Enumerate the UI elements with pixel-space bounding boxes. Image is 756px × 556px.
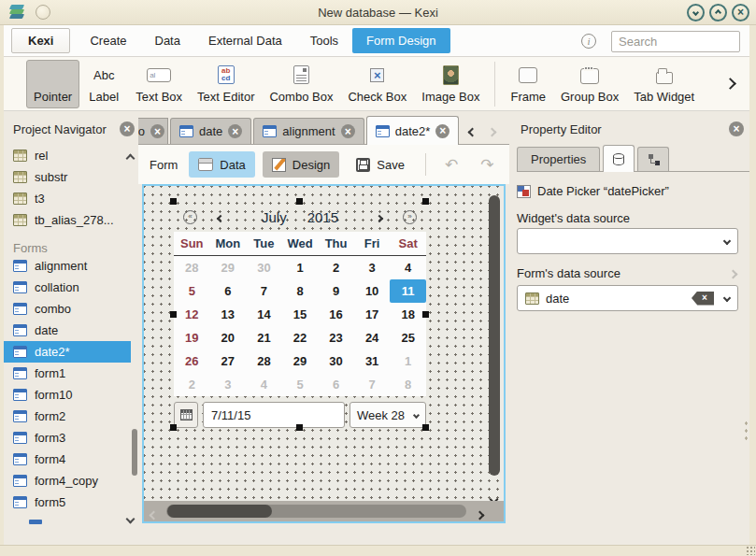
- calendar-day-cell[interactable]: 18: [390, 303, 426, 326]
- calendar-day-cell[interactable]: 2: [174, 373, 210, 396]
- ribbon-tab[interactable]: External Data: [194, 28, 296, 53]
- canvas-hscrollbar-thumb[interactable]: [167, 505, 272, 518]
- toolbar-overflow-button[interactable]: [726, 77, 735, 91]
- search-input[interactable]: [611, 31, 740, 52]
- form-design-canvas[interactable]: July 2015 SunMonTueWedThuFriSat 28: [142, 184, 506, 523]
- calendar-day-cell[interactable]: 17: [354, 303, 391, 326]
- calendar-day-cell[interactable]: 4: [390, 256, 426, 279]
- save-button[interactable]: Save: [347, 151, 414, 178]
- selection-handle[interactable]: [296, 198, 303, 205]
- sidebar-item-form[interactable]: date: [4, 320, 131, 341]
- previous-year-button[interactable]: [183, 210, 197, 224]
- calendar-day-cell[interactable]: 3: [354, 256, 391, 279]
- previous-month-button[interactable]: [218, 210, 223, 224]
- toolbar-tool-button[interactable]: Text Box: [128, 60, 190, 108]
- sidebar-item-form[interactable]: collation: [4, 277, 131, 298]
- calendar-day-cell[interactable]: 5: [282, 373, 319, 396]
- calendar-day-cell[interactable]: 27: [210, 349, 247, 373]
- selection-handle[interactable]: [296, 424, 303, 431]
- calendar-day-cell[interactable]: 19: [174, 326, 210, 349]
- calendar-month-label[interactable]: July: [262, 209, 287, 225]
- document-tab[interactable]: alignment: [253, 118, 364, 144]
- calendar-popup-button[interactable]: [174, 402, 198, 428]
- sidebar-scrollbar-thumb[interactable]: [132, 429, 137, 476]
- calendar-day-cell[interactable]: 13: [210, 303, 247, 326]
- toolbar-tool-button[interactable]: Group Box: [553, 60, 626, 108]
- tab-close-icon[interactable]: [435, 124, 449, 138]
- calendar-day-cell[interactable]: 2: [318, 256, 354, 279]
- calendar-day-cell[interactable]: 8: [282, 279, 319, 303]
- info-icon[interactable]: [581, 34, 596, 49]
- sidebar-item-table[interactable]: tb_alias_278...: [4, 209, 131, 231]
- tab-scroll-right[interactable]: [489, 124, 495, 138]
- calendar-day-cell[interactable]: 15: [282, 303, 319, 326]
- widget-data-source-combo[interactable]: [517, 228, 738, 254]
- project-navigator-close-icon[interactable]: [120, 121, 135, 136]
- tab-properties[interactable]: Properties: [517, 147, 600, 171]
- panel-splitter-handle[interactable]: [744, 420, 749, 442]
- calendar-day-cell[interactable]: 28: [246, 349, 282, 373]
- toolbar-tool-button[interactable]: Text Editor: [190, 60, 262, 108]
- calendar-day-cell[interactable]: 31: [354, 349, 391, 373]
- calendar-day-cell[interactable]: 7: [354, 373, 391, 396]
- document-tab[interactable]: date: [170, 118, 251, 144]
- week-dropdown[interactable]: Week 28: [349, 402, 426, 428]
- calendar-day-cell[interactable]: 12: [174, 303, 210, 326]
- sidebar-item-form[interactable]: form4: [4, 449, 131, 470]
- calendar-year-label[interactable]: 2015: [307, 209, 338, 225]
- ribbon-tab[interactable]: Create: [76, 28, 140, 53]
- design-view-button[interactable]: Design: [263, 151, 339, 178]
- toolbar-tool-button[interactable]: Pointer: [26, 60, 79, 108]
- redo-button[interactable]: [473, 155, 501, 175]
- calendar-day-cell[interactable]: 24: [354, 326, 391, 349]
- calendar-day-cell[interactable]: 1: [282, 256, 319, 279]
- calendar-day-cell[interactable]: 4: [246, 373, 282, 396]
- toolbar-tool-button[interactable]: Combo Box: [262, 60, 340, 108]
- tab-close-icon[interactable]: [341, 124, 355, 138]
- ribbon-tab[interactable]: Form Design: [352, 28, 449, 53]
- undo-button[interactable]: [437, 155, 465, 175]
- sidebar-item-form[interactable]: form10: [4, 384, 131, 406]
- sidebar-scroll-up[interactable]: [127, 150, 134, 164]
- calendar-day-cell[interactable]: 5: [174, 279, 210, 303]
- ribbon-tab[interactable]: Data: [141, 28, 194, 53]
- ribbon-tab[interactable]: Kexi: [11, 28, 70, 53]
- toolbar-tool-button[interactable]: Frame: [503, 60, 553, 108]
- next-month-button[interactable]: [377, 210, 382, 224]
- calendar-day-cell[interactable]: 29: [282, 349, 319, 373]
- selection-handle[interactable]: [422, 198, 429, 205]
- sidebar-item-table[interactable]: rel: [4, 145, 131, 166]
- sidebar-item-form[interactable]: form1: [4, 363, 131, 384]
- toolbar-tool-button[interactable]: Label: [79, 60, 128, 108]
- clear-data-source-icon[interactable]: [692, 292, 714, 306]
- sidebar-item-form[interactable]: form3: [4, 427, 131, 449]
- calendar-day-cell[interactable]: 1: [390, 349, 426, 373]
- calendar-day-cell[interactable]: 7: [246, 279, 282, 303]
- calendar-day-cell[interactable]: 9: [318, 279, 354, 303]
- toolbar-tool-button[interactable]: Check Box: [340, 60, 414, 108]
- calendar-day-cell[interactable]: 30: [318, 349, 354, 373]
- toolbar-tool-button[interactable]: Image Box: [414, 60, 487, 108]
- canvas-scroll-left[interactable]: [150, 507, 157, 521]
- ribbon-tab[interactable]: Tools: [296, 28, 352, 53]
- data-view-button[interactable]: Data: [189, 151, 254, 178]
- property-editor-close-icon[interactable]: [729, 121, 744, 136]
- calendar-day-cell[interactable]: 25: [390, 326, 426, 349]
- calendar-day-cell[interactable]: 30: [246, 256, 282, 279]
- calendar-day-cell[interactable]: 6: [318, 373, 354, 396]
- calendar-day-cell[interactable]: 16: [318, 303, 354, 326]
- tab-close-icon[interactable]: [150, 124, 164, 138]
- sidebar-item-form[interactable]: date2*: [4, 341, 131, 363]
- window-menu-button[interactable]: [36, 5, 50, 20]
- form-data-source-expander[interactable]: [730, 266, 736, 280]
- selection-handle[interactable]: [422, 424, 429, 431]
- toolbar-tool-button[interactable]: Tab Widget: [626, 60, 702, 108]
- sidebar-scroll-down[interactable]: [127, 511, 134, 525]
- selection-handle[interactable]: [170, 424, 177, 431]
- selection-handle[interactable]: [170, 311, 177, 318]
- tab-close-icon[interactable]: [228, 124, 242, 138]
- canvas-hscrollbar[interactable]: [144, 501, 504, 521]
- sidebar-item-form[interactable]: form4_copy: [4, 470, 131, 492]
- next-year-button[interactable]: [403, 210, 417, 224]
- calendar-day-cell[interactable]: 21: [246, 326, 282, 349]
